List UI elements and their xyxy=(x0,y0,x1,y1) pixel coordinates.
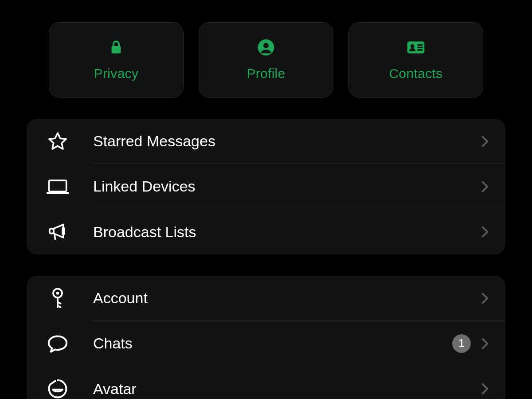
chevron-right-icon xyxy=(481,337,489,350)
megaphone-icon xyxy=(46,220,69,243)
row-linked-devices[interactable]: Linked Devices xyxy=(46,164,505,209)
row-account[interactable]: Account xyxy=(46,276,505,321)
key-icon xyxy=(46,287,69,310)
svg-point-4 xyxy=(411,44,415,48)
row-label: Starred Messages xyxy=(93,133,215,150)
svg-rect-7 xyxy=(417,49,423,51)
svg-point-11 xyxy=(56,292,59,295)
top-card-label: Contacts xyxy=(389,66,443,81)
chevron-right-icon xyxy=(481,292,489,305)
id-card-icon xyxy=(407,39,425,56)
top-card-privacy[interactable]: Privacy xyxy=(49,22,184,98)
svg-rect-5 xyxy=(417,44,423,46)
chevron-right-icon xyxy=(481,135,489,148)
svg-rect-9 xyxy=(50,229,54,234)
row-chats[interactable]: Chats 1 xyxy=(46,321,505,366)
chat-bubble-icon xyxy=(46,332,69,355)
row-label: Account xyxy=(93,289,148,307)
settings-group-1: Starred Messages Linked Devices xyxy=(27,119,505,254)
settings-group-2: Account Chats 1 xyxy=(27,276,505,399)
chevron-right-icon xyxy=(481,180,489,193)
badge-count: 1 xyxy=(452,334,471,353)
top-card-profile[interactable]: Profile xyxy=(199,22,333,98)
row-label: Avatar xyxy=(93,380,137,398)
star-icon xyxy=(46,130,69,153)
avatar-face-icon xyxy=(46,377,69,399)
top-card-label: Privacy xyxy=(94,66,138,81)
user-circle-icon xyxy=(257,39,275,56)
chevron-right-icon xyxy=(481,226,489,238)
svg-rect-8 xyxy=(49,180,66,192)
row-label: Chats xyxy=(93,335,133,352)
svg-rect-0 xyxy=(112,46,121,54)
row-label: Linked Devices xyxy=(93,178,196,195)
row-label: Broadcast Lists xyxy=(93,223,196,241)
top-cards-row: Privacy Profile xyxy=(27,22,505,98)
top-card-contacts[interactable]: Contacts xyxy=(348,22,483,98)
top-card-label: Profile xyxy=(246,66,285,81)
svg-point-2 xyxy=(263,43,269,48)
row-starred-messages[interactable]: Starred Messages xyxy=(46,119,505,164)
lock-icon xyxy=(107,39,125,56)
laptop-icon xyxy=(46,175,69,198)
row-broadcast-lists[interactable]: Broadcast Lists xyxy=(46,209,505,254)
svg-rect-6 xyxy=(417,47,423,48)
chevron-right-icon xyxy=(481,383,489,395)
row-avatar[interactable]: Avatar xyxy=(46,366,505,399)
